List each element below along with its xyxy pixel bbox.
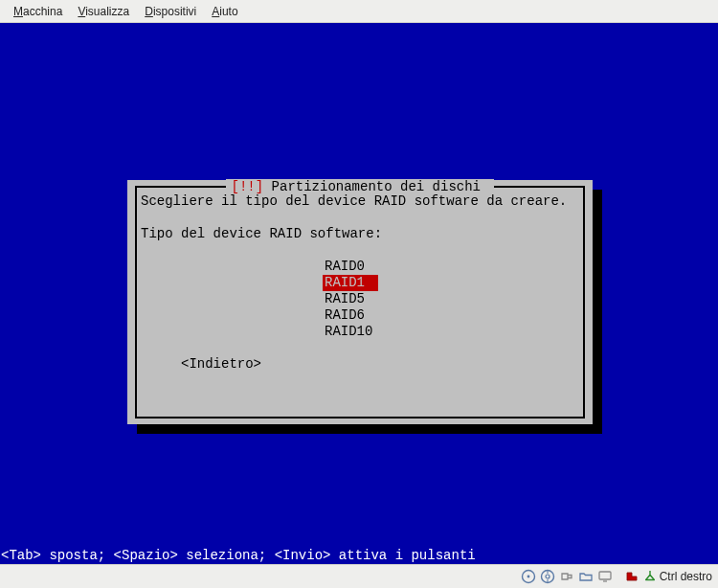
host-menubar: Macchina Visualizza Dispositivi Aiuto — [0, 0, 718, 23]
vm-state-icon — [624, 569, 639, 584]
partition-dialog: [!!] Partizionamento dei dischi Sceglier… — [127, 180, 593, 424]
hard-disk-icon — [521, 569, 536, 584]
host-key-label: Ctrl destro — [660, 570, 712, 583]
dialog-instruction: Scegliere il tipo del device RAID softwa… — [141, 193, 579, 210]
svg-point-3 — [546, 575, 550, 578]
menu-macchina[interactable]: Macchina — [6, 3, 70, 20]
svg-rect-6 — [599, 572, 611, 579]
guest-console[interactable]: [!!] Partizionamento dei dischi Sceglier… — [0, 23, 718, 564]
svg-point-1 — [527, 576, 529, 578]
usb-icon — [559, 569, 574, 584]
raid-options: RAID0 RAID1 RAID5 RAID6 RAID10 — [323, 259, 579, 340]
field-label: Tipo del device RAID software: — [141, 226, 579, 242]
option-raid1[interactable]: RAID1 — [323, 275, 378, 291]
option-raid5[interactable]: RAID5 — [323, 291, 378, 307]
option-raid0[interactable]: RAID0 — [323, 259, 378, 275]
back-button[interactable]: <Indietro> — [181, 356, 261, 373]
option-raid10[interactable]: RAID10 — [323, 324, 378, 340]
optical-disk-icon — [540, 569, 555, 584]
display-icon — [597, 569, 613, 584]
host-key-indicator: Ctrl destro — [643, 570, 712, 583]
hint-bar: <Tab> sposta; <Spazio> seleziona; <Invio… — [0, 548, 718, 564]
option-raid6[interactable]: RAID6 — [323, 307, 378, 324]
menu-visualizza[interactable]: Visualizza — [70, 3, 137, 20]
shared-folder-icon — [578, 569, 594, 584]
menu-dispositivi[interactable]: Dispositivi — [137, 3, 204, 20]
menu-aiuto[interactable]: Aiuto — [204, 3, 245, 20]
host-statusbar: Ctrl destro — [0, 564, 718, 588]
